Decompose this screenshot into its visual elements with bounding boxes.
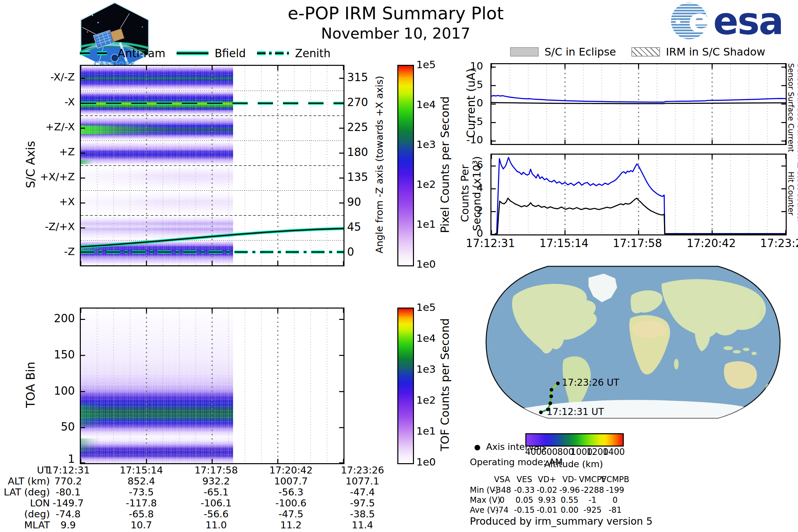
angle-tick: 270 <box>347 96 368 109</box>
sc-axis-ylabel: S/C Axis <box>24 65 37 264</box>
cbar1-tick: 1e0 <box>416 258 436 270</box>
legend-label-shadow: IRM in S/C Shadow <box>666 45 765 58</box>
current-ytick: 10 <box>452 60 483 72</box>
sc-row-label: -X/-Z <box>13 71 75 83</box>
sc-row-label: -Z <box>13 245 75 258</box>
cbar2-tick: 1e5 <box>416 301 436 313</box>
current-ytick: 5 <box>452 78 483 91</box>
current-plot <box>491 63 787 145</box>
esa-wordmark: esa <box>713 1 783 41</box>
toa-grid-overlay <box>81 308 343 463</box>
zenith-line-sample-icon <box>257 50 289 57</box>
counts-right-label-blue: Detect Counter <box>796 154 798 233</box>
ephemeris-value: 932.2 <box>179 476 253 487</box>
cbar1-tick: 1e5 <box>416 58 436 71</box>
legend-item-antiram: Anti-ram <box>80 47 165 60</box>
cbar2-label: TOF Counts per Second <box>438 307 452 462</box>
cbar2-tick: 1e2 <box>416 394 436 406</box>
counts-right-label-black: Hit Counter <box>787 154 795 233</box>
ephemeris-value: 11.4 <box>326 520 399 531</box>
track-start-time-label: 17:12:31 UT <box>547 406 604 417</box>
ephemeris-value: -65.1 <box>179 487 253 498</box>
ephemeris-value: -149.7 <box>32 498 105 509</box>
tof-counts-colorbar <box>397 307 414 464</box>
ephemeris-col-1: 17:12:31 770.2 -80.1 -149.7 -74.8 9.9 <box>32 465 105 531</box>
ephemeris-value: -106.1 <box>179 498 253 509</box>
ephemeris-value: -47.5 <box>254 509 327 520</box>
angle-tick: 90 <box>347 195 361 208</box>
ephemeris-value: 10.7 <box>105 520 178 531</box>
current-ytick: -10 <box>452 134 483 146</box>
current-right-label-black: Sensor Surface Current <box>787 63 795 143</box>
altitude-colorbar-label: Altitude (km) <box>525 459 622 469</box>
legend-item-shadow: IRM in S/C Shadow <box>631 45 765 58</box>
eclipse-swatch-icon <box>510 47 539 57</box>
current-ytick: 0 <box>452 97 483 109</box>
toa-tick: 200 <box>13 312 75 325</box>
ephemeris-value: 17:15:14 <box>105 465 178 476</box>
antiram-line-sample-icon <box>80 50 112 57</box>
cassiope-mission-badge: CASSIOPE <box>77 2 152 73</box>
shadow-hatch-swatch-icon <box>631 47 660 57</box>
ephemeris-value: -47.4 <box>326 487 399 498</box>
ephemeris-col-2: 17:15:14 852.4 -73.5 -117.8 -65.8 10.7 <box>105 465 178 531</box>
produced-by-note: Produced by irm_summary version 5 <box>470 515 652 527</box>
sc-row-label: +X <box>13 195 75 208</box>
current-right-label-blue: Sensor Surface Current x 5 <box>796 63 798 143</box>
eclipse-legend: S/C in Eclipse IRM in S/C Shadow <box>491 44 785 59</box>
ephemeris-value: -38.5 <box>326 509 399 520</box>
page-title: e-POP IRM Summary Plot <box>213 3 578 23</box>
legend-item-eclipse: S/C in Eclipse <box>510 45 616 58</box>
ephemeris-value: 11.2 <box>254 520 327 531</box>
angle-tick: 0 <box>347 245 354 258</box>
voltage-header: VCMPB <box>600 474 630 485</box>
ephemeris-value: -56.3 <box>254 487 327 498</box>
esa-globe-icon: e <box>671 2 710 40</box>
ephemeris-value: -56.6 <box>179 509 253 520</box>
ephemeris-value: -73.5 <box>105 487 178 498</box>
ephemeris-col-5: 17:23:26 1077.1 -47.4 -97.5 -38.5 11.4 <box>326 465 399 531</box>
ephemeris-value: -117.8 <box>105 498 178 509</box>
voltage-value: 0 <box>600 495 630 506</box>
cbar2-tick: 1e4 <box>416 332 436 344</box>
right-xtick: 17:15:14 <box>527 237 601 250</box>
counts-ytick: 4 <box>465 182 483 193</box>
ephemeris-value: -97.5 <box>326 498 399 509</box>
legend-label-antiram: Anti-ram <box>118 47 165 60</box>
cbar1-tick: 1e2 <box>416 178 436 190</box>
pixel-counts-colorbar <box>397 65 414 266</box>
counts-ytick: 2 <box>465 204 483 216</box>
sc-row-label: -X <box>13 96 75 108</box>
right-xtick: 17:17:58 <box>601 237 674 250</box>
ephemeris-value: 9.9 <box>32 520 105 531</box>
track-end-time-label: 17:23:26 UT <box>562 377 619 388</box>
counts-plot <box>491 154 787 235</box>
legend-item-zenith: Zenith <box>257 47 330 60</box>
current-ytick: -5 <box>452 115 483 127</box>
counts-ytick: 6 <box>465 158 483 171</box>
ephemeris-value: 770.2 <box>32 476 105 487</box>
cbar1-tick: 1e3 <box>416 138 436 150</box>
toa-tick: 150 <box>13 348 75 361</box>
figure-canvas: CASSIOPE e-POP IRM Summary Plot November… <box>0 0 798 532</box>
ephemeris-value: -65.8 <box>105 509 178 520</box>
sc-row-label: +Z <box>13 146 75 158</box>
toa-tick: 50 <box>13 420 75 433</box>
sc-row-label: +X/+Z <box>13 171 75 183</box>
ephemeris-col-3: 17:17:58 932.2 -65.1 -106.1 -56.6 11.0 <box>179 465 253 531</box>
sc-axis-grid-overlay <box>81 66 343 265</box>
svg-text:e: e <box>688 2 710 40</box>
ephemeris-value: 17:12:31 <box>32 465 105 476</box>
legend-label-eclipse: S/C in Eclipse <box>545 45 616 58</box>
angle-tick: 225 <box>347 121 368 134</box>
esa-logo: e esa <box>670 1 795 41</box>
ephemeris-value: -80.1 <box>32 487 105 498</box>
voltage-value: -199 <box>600 485 630 496</box>
ephemeris-value: 1077.1 <box>326 476 399 487</box>
angle-tick: 135 <box>347 171 368 184</box>
ephemeris-value: 17:23:26 <box>326 465 399 476</box>
right-xtick: 17:20:42 <box>674 237 748 250</box>
right-xtick: 17:12:31 <box>454 237 527 250</box>
angle-tick: 45 <box>347 221 361 233</box>
angle-tick: 315 <box>347 71 368 84</box>
